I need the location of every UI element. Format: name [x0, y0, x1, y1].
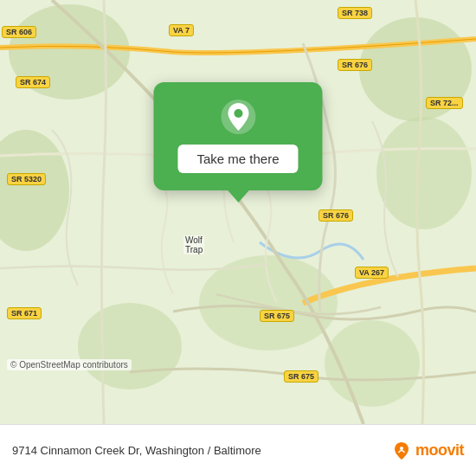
svg-point-6 [78, 303, 182, 389]
moovit-logo: moovit [392, 441, 464, 460]
take-me-there-button[interactable]: Take me there [177, 145, 298, 173]
moovit-brand-name: moovit [415, 441, 464, 460]
svg-point-11 [400, 447, 403, 450]
location-pin-icon [219, 98, 257, 136]
road-badge-sr606: SR 606 [2, 26, 36, 38]
road-badge-sr5320: SR 5320 [7, 173, 46, 185]
osm-credit: © OpenStreetMap contributors [7, 359, 132, 370]
road-badge-sr671: SR 671 [7, 307, 42, 319]
road-badge-sr674: SR 674 [16, 76, 50, 88]
svg-point-10 [234, 109, 242, 118]
road-badge-sr675-2: SR 675 [284, 370, 318, 383]
bottom-bar: 9714 Cinnamon Creek Dr, Washington / Bal… [0, 424, 476, 476]
road-badge-sr676-top: SR 676 [338, 59, 372, 71]
road-badge-sr675-1: SR 675 [260, 310, 294, 322]
road-badge-va7: VA 7 [169, 24, 194, 36]
map: SR 738 VA 7 SR 606 SR 676 SR 674 SR 72..… [0, 0, 476, 424]
location-card: Take me there [153, 82, 322, 190]
road-badge-sr676-mid: SR 676 [318, 209, 353, 222]
moovit-pin-icon [392, 441, 411, 460]
svg-point-4 [376, 117, 472, 229]
road-badge-sr72: SR 72... [426, 97, 463, 109]
road-badge-va267: VA 267 [355, 267, 389, 279]
road-badge-sr738: SR 738 [338, 7, 372, 19]
address-text: 9714 Cinnamon Creek Dr, Washington / Bal… [12, 444, 261, 457]
